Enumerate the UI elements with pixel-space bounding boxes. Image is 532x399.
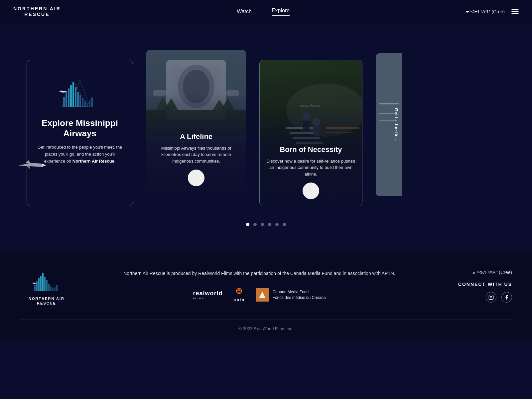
svg-rect-5 (70, 85, 72, 107)
main-nav: Watch Explore (237, 8, 290, 16)
partial-text: Get t... the fle... (390, 101, 402, 148)
cree-language-link[interactable]: ᓂᐦᐊᔪᒥᐦᐃᑫᐤ (Cree) (466, 9, 505, 14)
svg-rect-4 (68, 88, 69, 107)
logo-line2: RESCUE (24, 12, 50, 17)
footer-partner-logos: realworld FILMS aptn (193, 288, 326, 302)
header: NORTHERN AIR RESCUE Watch Explore ᓂᐦᐊᔪᒥᐦ… (0, 0, 532, 23)
lifeline-content: A Lifeline Missinippi Airways flies thou… (146, 126, 246, 193)
menu-icon[interactable] (511, 9, 519, 14)
footer-production-text: Northern Air Rescue is produced by RealW… (123, 270, 395, 278)
svg-rect-44 (34, 285, 36, 291)
logo-line1: NORTHERN AIR (13, 6, 61, 11)
necessity-arrow-icon: → (308, 188, 314, 195)
necessity-description: Discover how a desire for self-reliance … (266, 158, 355, 178)
necessity-arrow-button[interactable]: → (303, 183, 319, 199)
card-necessity: sinippi Aircare Born of Necessity Discov… (259, 60, 362, 206)
footer-logo-text: NORTHERN AIR RESCUE (29, 296, 65, 306)
svg-rect-59 (489, 295, 493, 299)
bar1 (511, 9, 519, 10)
nav-explore[interactable]: Explore (272, 8, 290, 16)
header-right: ᓂᐦᐊᔪᒥᐦᐃᑫᐤ (Cree) (466, 9, 519, 14)
pagination (246, 223, 286, 226)
lifeline-arrow-icon: → (193, 175, 199, 182)
copyright: © 2023 RealWorld Films Inc. (238, 326, 293, 331)
svg-rect-53 (52, 288, 54, 291)
dot-3[interactable] (261, 223, 264, 226)
instagram-icon[interactable] (486, 292, 496, 303)
footer-top: NORTHERN AIR RESCUE Northern Air Rescue … (20, 270, 512, 306)
svg-rect-45 (36, 281, 38, 291)
nav-watch[interactable]: Watch (237, 9, 252, 15)
lifeline-description: Missinippi Airways flies thousands of ki… (153, 145, 239, 165)
footer: NORTHERN AIR RESCUE Northern Air Rescue … (0, 253, 532, 341)
lifeline-arrow-button[interactable]: → (188, 170, 204, 186)
svg-rect-7 (75, 87, 76, 107)
svg-rect-9 (79, 95, 81, 107)
footer-center: Northern Air Rescue is produced by RealW… (93, 270, 426, 302)
footer-right: ᓂᐦᐊᔪᒥᐦᐃᑫᐤ (Cree) CONNECT WITH US (446, 270, 512, 303)
svg-rect-50 (46, 280, 48, 291)
svg-rect-13 (89, 100, 90, 107)
footer-bottom: © 2023 RealWorld Films Inc. (20, 319, 512, 331)
svg-rect-51 (48, 284, 50, 291)
svg-rect-47 (40, 276, 42, 291)
dot-5[interactable] (275, 223, 279, 226)
svg-rect-55 (56, 285, 58, 291)
card-intro: Explore Missinippi Airways Get introduce… (27, 60, 133, 206)
svg-rect-52 (50, 286, 52, 291)
realworld-logo: realworld FILMS (193, 290, 222, 300)
bar2 (511, 11, 519, 12)
footer-logo: NORTHERN AIR RESCUE (20, 270, 73, 306)
card-partial: Get t... the fle... (376, 53, 402, 196)
aptn-text: aptn (234, 298, 245, 302)
svg-rect-48 (42, 273, 44, 291)
card-lifeline: A Lifeline Missinippi Airways flies thou… (146, 50, 246, 193)
lifeline-title: A Lifeline (153, 132, 239, 141)
cards-wrapper: Explore Missinippi Airways Get introduce… (0, 43, 532, 206)
dot-2[interactable] (253, 223, 257, 226)
dot-6[interactable] (283, 223, 286, 226)
dot-4[interactable] (268, 223, 271, 226)
main-content: Explore Missinippi Airways Get introduce… (0, 23, 532, 253)
svg-rect-54 (54, 287, 56, 291)
social-icons (486, 292, 512, 303)
svg-rect-10 (82, 98, 83, 107)
svg-rect-11 (84, 101, 86, 107)
cmf-logo: Canada Media Fund Fonds des médias du Ca… (256, 288, 326, 302)
logo: NORTHERN AIR RESCUE (13, 6, 61, 17)
svg-point-60 (490, 296, 492, 298)
svg-rect-8 (77, 92, 79, 107)
cmf-box-icon (256, 288, 269, 302)
necessity-title: Born of Necessity (266, 145, 355, 154)
svg-rect-12 (86, 103, 88, 107)
svg-rect-46 (38, 278, 40, 291)
card-intro-title: Explore Missinippi Airways (37, 118, 123, 139)
svg-rect-2 (63, 97, 65, 107)
airplane-decor (17, 160, 47, 173)
necessity-content: Born of Necessity Discover how a desire … (260, 139, 362, 206)
connect-title: CONNECT WITH US (458, 282, 512, 287)
dot-1[interactable] (246, 223, 249, 226)
card-intro-description: Get introduced to the people you'll meet… (37, 144, 123, 165)
mountain-logo (57, 73, 103, 111)
svg-point-61 (492, 296, 492, 296)
facebook-icon[interactable] (501, 292, 512, 303)
footer-cree-link[interactable]: ᓂᐦᐊᔪᒥᐦᐃᑫᐤ (Cree) (473, 270, 512, 275)
aptn-logo: aptn (232, 288, 246, 302)
bar3 (511, 13, 519, 14)
svg-rect-3 (66, 92, 67, 107)
svg-rect-14 (91, 97, 93, 107)
svg-rect-49 (44, 277, 46, 291)
svg-rect-6 (72, 82, 74, 107)
cards-container: Explore Missinippi Airways Get introduce… (0, 43, 532, 206)
cmf-text: Canada Media Fund Fonds des médias du Ca… (272, 289, 326, 301)
